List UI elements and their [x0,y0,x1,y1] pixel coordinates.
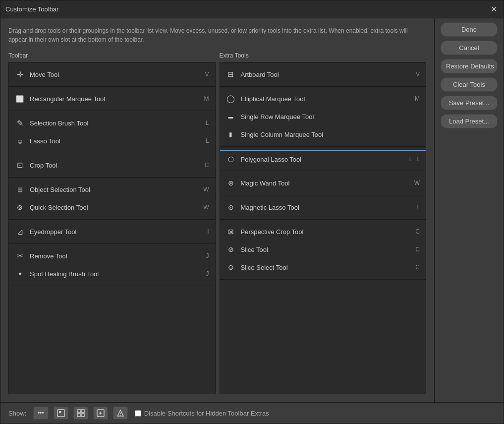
extra-label: Extra Tools [220,52,427,59]
tool-item-lasso[interactable]: Lasso Tool L [9,132,215,150]
extra-group-wand: Magic Wand Tool W [220,171,426,195]
extra-shortcut-slice: C [415,246,420,253]
extra-item-wand[interactable]: Magic Wand Tool W [220,174,426,192]
tool-shortcut-move: V [205,71,209,78]
svg-rect-1 [59,411,61,413]
slice-icon [226,244,236,254]
svg-rect-3 [81,410,84,413]
tool-group-rect-marquee: Rectangular Marquee Tool M [9,87,215,111]
tool-group-crop: Crop Tool C [9,153,215,178]
wand-icon [226,178,236,188]
disable-shortcuts-checkbox[interactable] [135,410,141,417]
customize-toolbar-dialog: Customize Toolbar ✕ Drag and drop tools … [0,0,504,424]
tool-item-remove[interactable]: Remove Tool J [9,247,215,265]
footer-icon-1[interactable] [54,407,68,420]
artboard-icon [226,69,236,79]
tool-group-healing: Remove Tool J Spot Healing Brush Tool J [9,244,215,286]
done-button[interactable]: Done [441,22,498,37]
footer-icon-4[interactable] [113,407,128,420]
svg-rect-4 [77,414,80,417]
heal-icon [15,269,25,279]
tool-shortcut-remove: J [206,252,209,259]
crop-icon [15,160,25,170]
extra-shortcut-artboard: V [416,71,420,78]
dialog-title: Customize Toolbar [5,5,58,13]
extra-item-slice[interactable]: Slice Tool C [220,241,426,258]
extra-name-slice-select: Slice Select Tool [241,264,412,271]
extra-item-single-col[interactable]: Single Column Marquee Tool [220,125,426,143]
close-button[interactable]: ✕ [489,4,499,14]
extra-name-poly-lasso: Polygonal Lasso Tool [241,156,405,163]
single-row-icon [226,112,236,121]
tool-name-remove: Remove Tool [30,252,202,260]
footer-icon-4-svg [116,409,124,417]
footer-icon-2-svg [77,409,85,417]
tool-name-rect-marquee: Rectangular Marquee Tool [30,95,200,103]
tool-item-move[interactable]: Move Tool V [9,65,215,83]
object-icon [15,184,25,194]
tool-name-selection-brush: Selection Brush Tool [30,120,202,127]
tool-name-move: Move Tool [30,71,201,78]
extra-item-mag-lasso[interactable]: Magnetic Lasso Tool L [220,198,426,216]
toolbar-list[interactable]: Move Tool V Rectangular Marquee Tool M [8,62,216,394]
extra-group-poly-lasso: Polygonal Lasso Tool L L [220,147,426,171]
footer-icon-1-svg [57,409,65,417]
tool-shortcut-rect-marquee: M [204,95,209,102]
tool-shortcut-object-selection: W [203,186,209,193]
poly-icon [226,154,236,164]
extra-name-single-col: Single Column Marquee Tool [241,131,416,138]
slice-sel-icon [226,262,236,272]
tool-shortcut-selection-brush: L [206,120,209,126]
extra-shortcut-persp-crop: C [415,228,420,235]
cancel-button[interactable]: Cancel [441,41,498,55]
toolbar-panel: Toolbar Move Tool V [8,52,216,394]
extra-item-single-row[interactable]: Single Row Marquee Tool [220,108,426,125]
sidebar: Done Cancel Restore Defaults Clear Tools… [434,18,504,402]
dots-button[interactable]: ••• [33,407,49,420]
extra-name-single-row: Single Row Marquee Tool [241,113,416,121]
extra-item-ellipse[interactable]: Elliptical Marquee Tool M [220,90,426,108]
tool-name-object-selection: Object Selection Tool [30,186,199,193]
tool-item-crop[interactable]: Crop Tool C [9,156,215,174]
footer-icon-3-svg [97,409,105,417]
rect-icon [15,94,25,104]
lasso-icon [15,136,25,146]
restore-defaults-button[interactable]: Restore Defaults [441,59,498,73]
extra-item-slice-select[interactable]: Slice Select Tool C [220,258,426,276]
remove-icon [15,251,25,261]
extra-shortcut-ellipse: M [415,95,420,102]
save-preset-button[interactable]: Save Preset... [441,96,498,110]
title-bar: Customize Toolbar ✕ [0,0,504,18]
panels-row: Toolbar Move Tool V [8,52,426,394]
toolbar-label: Toolbar [8,52,216,59]
quick-sel-icon [15,202,25,212]
footer-icon-3[interactable] [93,407,108,420]
load-preset-button[interactable]: Load Preset... [441,114,498,128]
extra-shortcut-wand: W [414,180,420,186]
tool-item-eyedrop[interactable]: Eyedropper Tool I [9,223,215,241]
disable-shortcuts-label[interactable]: Disable Shortcuts for Hidden Toolbar Ext… [135,410,269,417]
extra-group-artboard: Artboard Tool V [220,62,426,87]
single-col-icon [226,129,236,139]
dialog-body: Drag and drop tools or their groupings i… [0,18,504,402]
extra-list[interactable]: Artboard Tool V Elliptical Marquee Tool … [220,62,427,394]
tool-shortcut-lasso: L [206,137,209,144]
extra-name-persp-crop: Perspective Crop Tool [241,228,412,236]
tool-item-quick-selection[interactable]: Quick Selection Tool W [9,198,215,216]
extra-item-poly-lasso[interactable]: Polygonal Lasso Tool L L [220,150,426,168]
tool-item-rect-marquee[interactable]: Rectangular Marquee Tool M [9,90,215,108]
ellipse-icon [226,94,236,104]
extra-name-wand: Magic Wand Tool [241,180,410,187]
tool-name-eyedrop: Eyedropper Tool [30,228,203,236]
svg-rect-5 [81,414,84,417]
extra-tools-panel: Extra Tools Artboard Tool V [220,52,427,394]
clear-tools-button[interactable]: Clear Tools [441,77,498,92]
extra-name-ellipse: Elliptical Marquee Tool [241,95,411,103]
tool-item-selection-brush[interactable]: Selection Brush Tool L [9,114,215,132]
footer-icon-2[interactable] [73,407,88,420]
extra-item-artboard[interactable]: Artboard Tool V [220,65,426,83]
tool-group-eyedrop: Eyedropper Tool I [9,220,215,244]
tool-item-object-selection[interactable]: Object Selection Tool W [9,181,215,198]
extra-item-persp-crop[interactable]: Perspective Crop Tool C [220,223,426,241]
tool-item-spot-healing[interactable]: Spot Healing Brush Tool J [9,265,215,283]
